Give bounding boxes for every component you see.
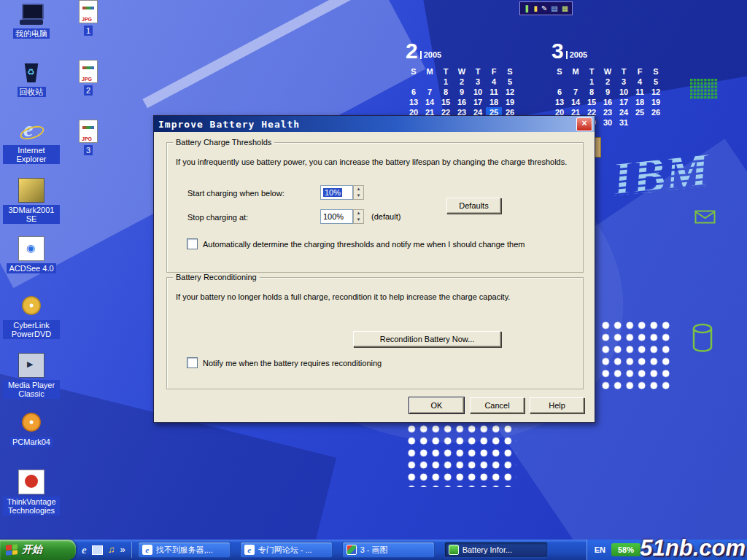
- stop-threshold-value[interactable]: 100%: [323, 212, 344, 221]
- calendar-day-header: M: [422, 66, 438, 77]
- internet-explorer-icon[interactable]: e: [82, 544, 87, 556]
- chevron-icon[interactable]: »: [120, 544, 125, 556]
- calendar-day-header: S: [648, 66, 664, 77]
- start-threshold-field[interactable]: 10%: [320, 185, 353, 200]
- ok-button[interactable]: OK: [409, 397, 464, 413]
- start-button[interactable]: 开始: [0, 540, 76, 560]
- stop-threshold-field[interactable]: 100%: [320, 209, 353, 224]
- calendar-day: [551, 77, 568, 87]
- calendar-header: 32005: [551, 42, 664, 61]
- recondition-battery-button[interactable]: Recondition Battery Now...: [353, 331, 501, 347]
- my-computer-icon: [19, 3, 44, 26]
- defaults-button[interactable]: Defaults: [446, 198, 501, 214]
- desktop-icon-label: ThinkVantage Technologies: [3, 497, 60, 516]
- calendar-day: 18: [632, 97, 648, 107]
- desktop-icon[interactable]: 3: [66, 120, 111, 155]
- show-desktop-icon[interactable]: [92, 545, 103, 555]
- notify-recondition-checkbox[interactable]: [187, 357, 198, 368]
- start-charging-label: Start charging when below:: [187, 189, 285, 198]
- desktop-icon[interactable]: ThinkVantage Technologies: [3, 470, 60, 516]
- desktop-icon[interactable]: 我的电脑: [3, 3, 60, 39]
- spin-up-icon[interactable]: ▲: [354, 186, 363, 192]
- calendar-day: 7: [422, 87, 438, 97]
- desktop-icon[interactable]: Internet Explorer: [3, 120, 60, 164]
- quick-launch-bar: e♫»: [76, 542, 132, 558]
- calendar-day: 17: [470, 97, 486, 107]
- calendar-day: [406, 77, 422, 87]
- calendar-day: 17: [616, 97, 632, 107]
- desktop-icon-label: CyberLink PowerDVD: [3, 320, 60, 339]
- spinner-buttons: ▲▼: [353, 209, 364, 224]
- calendar-day: 1: [438, 77, 454, 87]
- desktop-icon[interactable]: Media Player Classic: [3, 353, 60, 399]
- desktop-icon[interactable]: 2: [66, 60, 111, 96]
- calendar-day: 12: [502, 87, 518, 97]
- desktop-icon[interactable]: 回收站: [3, 61, 60, 97]
- calendar-day: 2: [600, 77, 616, 87]
- taskbar-task-button[interactable]: Battery Infor...: [444, 542, 548, 558]
- stop-threshold-spinner[interactable]: 100% ▲▼: [320, 209, 364, 224]
- auto-determine-checkbox[interactable]: [187, 238, 198, 249]
- calendar-day: 31: [616, 117, 632, 128]
- calendar-month-number: 2: [406, 42, 418, 61]
- floating-toolbar: ❚▮✎▤▦: [519, 1, 573, 15]
- spin-up-icon[interactable]: ▲: [354, 210, 363, 217]
- close-icon[interactable]: ×: [576, 117, 592, 131]
- jpg-file-icon: [79, 60, 98, 83]
- calendar-day: [422, 77, 438, 87]
- desktop-icon-label: PCMark04: [10, 437, 53, 447]
- calendar-week: 6789101112: [406, 87, 518, 97]
- desktop-icon[interactable]: 3DMark2001 SE: [3, 178, 60, 224]
- battery-icon[interactable]: ▮: [533, 3, 538, 14]
- task-button-label: 找不到服务器,...: [156, 545, 213, 556]
- desktop-icon[interactable]: CyberLink PowerDVD: [3, 295, 60, 339]
- ibm-logo-text: IBM: [609, 141, 713, 207]
- desktop-icon[interactable]: PCMark04: [3, 411, 60, 447]
- help-button[interactable]: Help: [530, 397, 584, 413]
- language-indicator[interactable]: EN: [595, 545, 605, 554]
- desktop-icon-label: 2: [84, 85, 93, 96]
- dialog-titlebar[interactable]: Improve Battery Health ×: [154, 116, 595, 132]
- dot-grid-pattern: [600, 319, 673, 392]
- powerdvd-icon: [19, 295, 44, 318]
- calendar-day: 8: [438, 87, 454, 97]
- calendar-day-header: T: [470, 66, 486, 77]
- taskbar-task-button[interactable]: e找不到服务器,...: [138, 542, 231, 558]
- media-icon[interactable]: ♫: [108, 544, 115, 556]
- recycle-bin-icon: [19, 61, 44, 85]
- battery-percent-badge[interactable]: 58%: [611, 543, 640, 556]
- spinner-buttons: ▲▼: [353, 185, 364, 200]
- cancel-button[interactable]: Cancel: [470, 397, 525, 413]
- calendar-day: 16: [454, 97, 470, 107]
- calendar-day-header: F: [632, 66, 648, 77]
- calendar-week: 12345: [406, 77, 518, 87]
- notes-icon[interactable]: ▦: [562, 3, 568, 14]
- calendar-day: 14: [568, 97, 584, 107]
- desktop-icon[interactable]: 1: [66, 0, 111, 36]
- calendar-day: 19: [648, 97, 664, 107]
- calendar-day: [632, 117, 648, 128]
- taskbar-task-button[interactable]: 3 - 画图: [342, 542, 435, 558]
- start-threshold-spinner[interactable]: 10% ▲▼: [320, 185, 364, 200]
- calendar-day: 12: [648, 87, 664, 97]
- calendar-day: 16: [600, 97, 616, 107]
- calendar-day-header: T: [584, 66, 600, 77]
- spin-down-icon[interactable]: ▼: [354, 217, 363, 223]
- pcmark-icon: [19, 411, 44, 435]
- start-threshold-value[interactable]: 10%: [323, 188, 342, 197]
- taskbar-task-button[interactable]: e专门网论坛 - ...: [240, 542, 333, 558]
- desktop-icon-label: ACDSee 4.0: [7, 263, 55, 273]
- threshold-description: If you infrequently use battery power, y…: [176, 158, 576, 167]
- desktop-icon-label: 1: [84, 26, 93, 36]
- keyboard-grid-icon: [690, 79, 718, 99]
- spin-down-icon[interactable]: ▼: [354, 192, 363, 199]
- display-icon[interactable]: ▤: [551, 3, 557, 14]
- notify-recondition-label: Notify me when the battery requires reco…: [203, 359, 382, 368]
- pen-icon[interactable]: ✎: [541, 3, 547, 14]
- calendar-day-header: S: [406, 66, 422, 77]
- calendar-day: 3: [470, 77, 486, 87]
- group-title: Battery Reconditioning: [173, 273, 260, 281]
- desktop-icon[interactable]: ACDSee 4.0: [3, 236, 60, 273]
- plug-icon[interactable]: ❚: [524, 3, 530, 14]
- calendar-day-header: T: [438, 66, 454, 77]
